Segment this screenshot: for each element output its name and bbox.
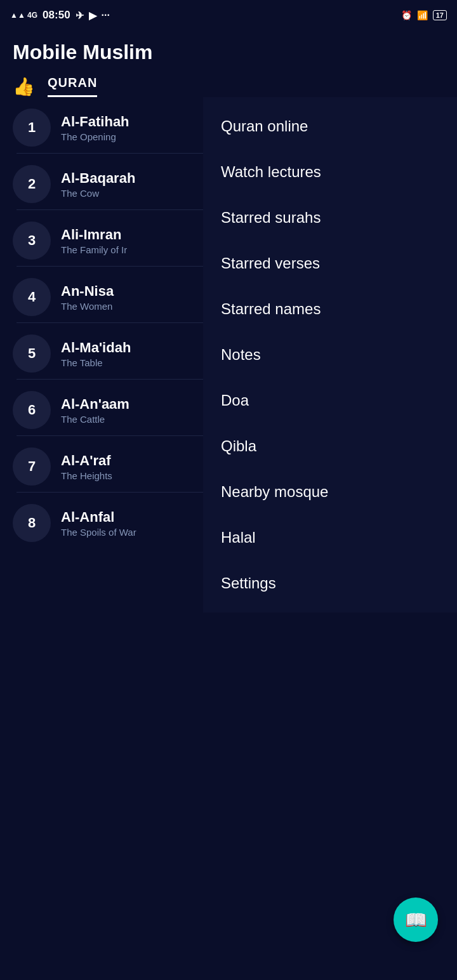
drawer-item-starred-names[interactable]: Starred names (203, 286, 457, 332)
time: 08:50 (43, 9, 70, 22)
alarm-icon: ⏰ (401, 10, 412, 20)
drawer-item-watch-lectures[interactable]: Watch lectures (203, 149, 457, 195)
surah-number: 4 (13, 278, 51, 316)
drawer-item-doa[interactable]: Doa (203, 378, 457, 423)
surah-number: 6 (13, 391, 51, 429)
signal-icon: ▲▲ 4G (10, 11, 37, 20)
drawer-item-halal[interactable]: Halal (203, 515, 457, 560)
drawer-item-qibla[interactable]: Qibla (203, 423, 457, 469)
app-header: Mobile Muslim (0, 30, 457, 70)
surah-number: 1 (13, 109, 51, 147)
youtube-icon: ▶ (89, 10, 96, 22)
wifi-icon: 📶 (417, 10, 428, 20)
app-title: Mobile Muslim (13, 41, 444, 64)
status-right: ⏰ 📶 17 (401, 10, 447, 20)
drawer-item-starred-verses[interactable]: Starred verses (203, 241, 457, 286)
tab-bar: 👍 QURAN (0, 70, 457, 97)
surah-number: 5 (13, 334, 51, 373)
main-content: 1 Al-Fatihah The Opening 2 Al-Baqarah Th… (0, 97, 457, 546)
drawer-item-starred-surahs[interactable]: Starred surahs (203, 195, 457, 241)
drawer-item-notes[interactable]: Notes (203, 332, 457, 378)
more-icon: ··· (102, 10, 110, 21)
status-bar: ▲▲ 4G 08:50 ✈ ▶ ··· ⏰ 📶 17 (0, 0, 457, 30)
surah-number: 7 (13, 447, 51, 486)
drawer-item-nearby-mosque[interactable]: Nearby mosque (203, 469, 457, 515)
drawer-menu: Quran online Watch lectures Starred sura… (203, 97, 457, 612)
surah-number: 2 (13, 165, 51, 203)
status-left: ▲▲ 4G 08:50 ✈ ▶ ··· (10, 9, 110, 22)
drawer-item-quran-online[interactable]: Quran online (203, 103, 457, 149)
fab-icon: 📖 (405, 910, 427, 930)
surah-number: 3 (13, 222, 51, 260)
battery-indicator: 17 (433, 10, 447, 20)
quran-tab-icon: 👍 (13, 76, 35, 97)
telegram-icon: ✈ (76, 10, 84, 22)
fab-button[interactable]: 📖 (394, 897, 438, 942)
tab-quran[interactable]: QURAN (48, 76, 97, 97)
drawer-item-settings[interactable]: Settings (203, 560, 457, 606)
surah-number: 8 (13, 504, 51, 542)
